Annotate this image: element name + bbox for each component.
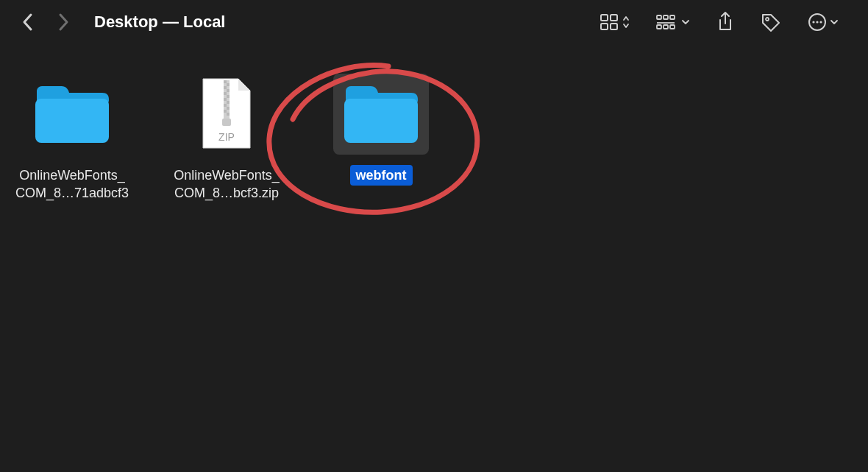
svg-rect-22 [224, 92, 227, 95]
file-label-line2: COM_8…71adbcf3 [15, 186, 129, 200]
forward-button[interactable] [50, 9, 77, 35]
view-switch-button[interactable] [600, 11, 630, 33]
svg-rect-20 [224, 86, 227, 89]
share-button[interactable] [716, 11, 734, 33]
toolbar-right [600, 11, 853, 33]
svg-rect-18 [224, 80, 227, 83]
svg-rect-16 [35, 99, 109, 143]
svg-point-14 [816, 21, 818, 23]
icon-wrap [24, 74, 120, 155]
window-title: Desktop — Local [94, 13, 225, 32]
file-label-line2: COM_8…bcf3.zip [174, 186, 279, 200]
tag-icon [761, 13, 781, 32]
group-button[interactable] [656, 11, 690, 33]
tags-button[interactable] [761, 11, 781, 33]
svg-rect-26 [224, 104, 227, 107]
svg-rect-27 [227, 107, 230, 110]
svg-rect-0 [601, 15, 608, 21]
folder-icon [32, 82, 112, 146]
file-label: webfont [350, 165, 413, 186]
svg-rect-3 [611, 24, 617, 29]
svg-rect-29 [227, 113, 230, 116]
svg-rect-2 [601, 24, 608, 29]
svg-rect-6 [670, 15, 675, 19]
file-item-zip-onlinewebfonts[interactable]: ZIP OnlineWebFonts_ COM_8…bcf3.zip [160, 74, 293, 204]
toolbar: Desktop — Local [0, 0, 868, 44]
file-label: OnlineWebFonts_ COM_8…bcf3.zip [169, 165, 284, 204]
svg-rect-30 [222, 119, 231, 126]
file-label: OnlineWebFonts_ COM_8…71adbcf3 [11, 165, 133, 204]
zip-file-icon: ZIP [197, 77, 256, 151]
svg-rect-32 [344, 99, 418, 143]
icon-wrap: ZIP [179, 74, 274, 155]
svg-rect-4 [657, 15, 661, 19]
svg-point-11 [766, 18, 769, 21]
svg-rect-5 [664, 15, 668, 19]
svg-rect-19 [227, 83, 230, 86]
file-item-folder-webfont[interactable]: webfont [315, 74, 447, 186]
svg-rect-10 [670, 25, 675, 29]
file-grid: OnlineWebFonts_ COM_8…71adbcf3 ZIP [0, 44, 868, 210]
svg-rect-1 [611, 15, 617, 21]
group-icon [656, 15, 678, 29]
svg-text:ZIP: ZIP [218, 131, 235, 143]
file-item-folder-onlinewebfonts[interactable]: OnlineWebFonts_ COM_8…71adbcf3 [6, 74, 138, 204]
svg-rect-9 [664, 25, 668, 29]
svg-rect-28 [224, 110, 227, 113]
chevron-left-icon [21, 12, 35, 32]
share-icon [716, 12, 734, 32]
updown-chevron-icon [622, 15, 630, 29]
back-button[interactable] [15, 9, 41, 35]
svg-point-15 [819, 21, 822, 23]
icon-wrap [333, 74, 429, 155]
chevron-down-icon [681, 18, 690, 27]
svg-rect-24 [224, 98, 227, 101]
svg-rect-23 [227, 95, 230, 98]
file-label-line1: OnlineWebFonts_ [19, 168, 125, 183]
grid-icon [600, 14, 619, 30]
svg-point-13 [812, 21, 814, 23]
file-label-line1: OnlineWebFonts_ [174, 168, 280, 183]
chevron-right-icon [57, 12, 70, 32]
more-button[interactable] [808, 11, 839, 33]
svg-rect-8 [657, 25, 661, 29]
folder-icon [341, 82, 421, 146]
chevron-down-icon [830, 18, 839, 27]
svg-rect-21 [227, 89, 230, 92]
svg-rect-25 [227, 101, 230, 104]
ellipsis-circle-icon [808, 13, 827, 32]
